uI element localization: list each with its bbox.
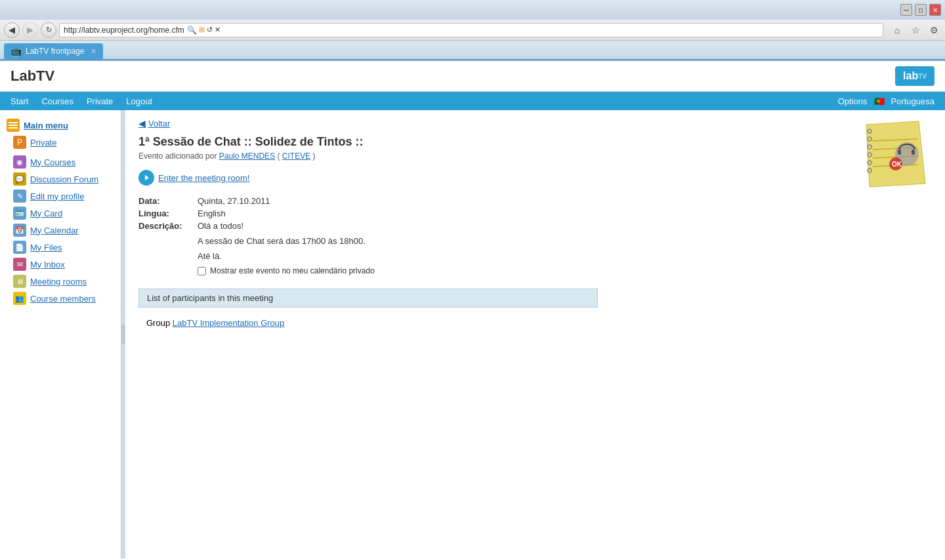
nav-start[interactable]: Start: [10, 94, 28, 109]
reload-icon[interactable]: ↺: [207, 26, 213, 35]
back-button[interactable]: ◀: [4, 22, 20, 38]
nav-private[interactable]: Private: [87, 94, 113, 109]
date-value: Quinta, 27.10.2011: [198, 196, 270, 206]
date-row: Data: Quinta, 27.10.2011: [138, 196, 932, 206]
language-label: Língua:: [138, 209, 198, 218]
favorites-icon[interactable]: ☆: [908, 23, 923, 37]
main-menu-icon: [7, 119, 20, 132]
event-title: 1ª Sessão de Chat :: Solidez de Tintos :…: [138, 135, 932, 149]
title-bar: ─ □ ✕: [0, 0, 945, 20]
event-illustration: OK: [860, 118, 932, 190]
author-link[interactable]: Paulo MENDES: [219, 151, 275, 161]
nav-courses[interactable]: Courses: [41, 94, 73, 109]
svg-rect-0: [9, 122, 18, 123]
tab-close-button[interactable]: ✕: [91, 47, 96, 56]
enter-meeting-row: Enter the meeting room!: [138, 170, 932, 186]
minimize-button[interactable]: ─: [900, 4, 912, 16]
language-value: English: [198, 209, 226, 218]
description-content: Olá a todos! A sessão de Chat será das 1…: [198, 221, 375, 275]
sidebar-my-courses[interactable]: ◉ My Courses: [0, 153, 121, 170]
meeting-rooms-label: Meeting rooms: [30, 277, 87, 287]
forum-icon: 💬: [13, 172, 26, 186]
nav-logout[interactable]: Logout: [126, 94, 152, 109]
maximize-button[interactable]: □: [915, 4, 927, 16]
content-panel: OK ◀ Voltar 1ª Sessão de Chat :: Solidez…: [125, 110, 945, 559]
sidebar-discussion-forum[interactable]: 💬 Discussion Forum: [0, 170, 121, 188]
flag-icon: 🇵🇹: [874, 96, 885, 106]
options-link[interactable]: Options: [838, 96, 868, 106]
tabs-bar: 📺 LabTV frontpage ✕: [0, 41, 945, 60]
sidebar-my-files[interactable]: 📄 My Files: [0, 239, 121, 256]
edit-profile-icon: ✎: [13, 190, 26, 203]
members-icon: 👥: [13, 292, 26, 305]
close-button[interactable]: ✕: [929, 4, 941, 16]
language-selector[interactable]: Portuguesa: [891, 96, 935, 106]
svg-rect-1: [9, 125, 18, 126]
my-card-label: My Card: [30, 209, 62, 218]
courses-icon: ◉: [13, 155, 26, 169]
group-link[interactable]: LabTV Implementation Group: [173, 318, 285, 328]
settings-icon[interactable]: ⚙: [927, 23, 941, 37]
svg-text:OK: OK: [892, 161, 902, 168]
course-members-label: Course members: [30, 294, 96, 304]
sidebar-my-calendar[interactable]: 📅 My Calendar: [0, 222, 121, 239]
back-label: Voltar: [148, 119, 170, 129]
meeting-room-icon: [138, 170, 154, 186]
sidebar-meeting-rooms[interactable]: 🖥 Meeting rooms: [0, 273, 121, 290]
sidebar: Main menu P Private ◉ My Courses 💬 Discu…: [0, 110, 121, 559]
card-icon: 🪪: [13, 207, 26, 220]
participants-body: Group LabTV Implementation Group: [138, 314, 598, 332]
discussion-forum-label: Discussion Forum: [30, 174, 98, 184]
event-details: Data: Quinta, 27.10.2011 Língua: English…: [138, 196, 932, 275]
svg-rect-15: [898, 150, 901, 155]
close-tab-icon[interactable]: ✕: [215, 26, 220, 35]
enter-meeting-link[interactable]: Enter the meeting room!: [158, 173, 249, 183]
logo-text: lab: [903, 70, 918, 82]
calendar-icon: 📅: [13, 224, 26, 237]
files-icon: 📄: [13, 241, 26, 254]
subtitle-paren-close: ): [313, 151, 316, 161]
inbox-icon: ✉: [13, 258, 26, 271]
org-link[interactable]: CITEVE: [282, 151, 310, 161]
active-tab[interactable]: 📺 LabTV frontpage ✕: [4, 43, 103, 59]
window-controls[interactable]: ─ □ ✕: [900, 4, 941, 16]
home-icon[interactable]: ⌂: [890, 23, 904, 37]
sidebar-my-card[interactable]: 🪪 My Card: [0, 205, 121, 222]
app-title: LabTV: [10, 68, 54, 85]
back-arrow-icon: ◀: [138, 118, 146, 129]
group-prefix: Group: [146, 318, 173, 328]
sidebar-my-inbox[interactable]: ✉ My Inbox: [0, 256, 121, 273]
back-link[interactable]: ◀ Voltar: [138, 118, 932, 129]
my-inbox-label: My Inbox: [30, 260, 65, 270]
sidebar-course-members[interactable]: 👥 Course members: [0, 290, 121, 307]
svg-rect-2: [9, 127, 18, 129]
subtitle-prefix: Evento adicionado por: [138, 151, 219, 161]
description-line3: Até lá.: [198, 251, 375, 261]
date-label: Data:: [138, 196, 198, 206]
show-calendar-label: Mostrar este evento no meu calendário pr…: [210, 266, 375, 275]
svg-rect-16: [912, 150, 915, 155]
tab-title: LabTV frontpage: [26, 47, 84, 56]
my-courses-label: My Courses: [30, 157, 75, 167]
search-icon[interactable]: 🔍: [187, 26, 197, 35]
my-files-label: My Files: [30, 243, 62, 252]
address-bar[interactable]: http://labtv.euproject.org/home.cfm 🔍 ⊞ …: [59, 23, 883, 37]
participants-header: List of participants in this meeting: [138, 289, 598, 308]
url-text: http://labtv.euproject.org/home.cfm: [64, 26, 184, 35]
app-logo: labTV: [895, 66, 934, 86]
description-label: Descrição:: [138, 221, 198, 275]
participants-section: List of participants in this meeting Gro…: [138, 289, 598, 332]
sidebar-private[interactable]: P Private: [0, 134, 121, 151]
private-label: Private: [30, 138, 56, 148]
event-subtitle: Evento adicionado por Paulo MENDES ( CIT…: [138, 151, 932, 161]
refresh-button[interactable]: ↻: [41, 22, 56, 38]
calendar-checkbox-row: Mostrar este evento no meu calendário pr…: [198, 266, 375, 275]
meeting-icon: 🖥: [13, 275, 26, 288]
show-calendar-checkbox[interactable]: [198, 267, 206, 275]
sidebar-edit-profile[interactable]: ✎ Edit my profile: [0, 188, 121, 205]
tab-favicon: 📺: [10, 46, 22, 56]
main-menu-label: Main menu: [24, 121, 68, 130]
subtitle-paren-open: (: [277, 151, 280, 161]
sidebar-main-menu[interactable]: Main menu: [0, 117, 121, 134]
my-calendar-label: My Calendar: [30, 226, 79, 235]
